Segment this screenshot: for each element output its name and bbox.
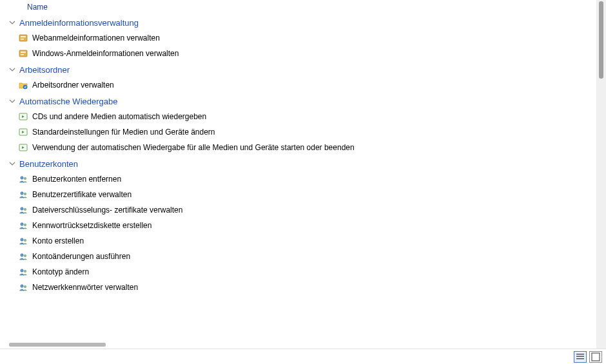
list-item-label: CDs und andere Medien automatisch wieder… bbox=[32, 112, 206, 121]
users-icon bbox=[18, 189, 28, 200]
users-icon bbox=[18, 282, 28, 292]
list-item[interactable]: Windows-Anmeldeinformationen verwalten bbox=[0, 46, 587, 61]
list-item[interactable]: CDs und andere Medien automatisch wieder… bbox=[0, 109, 587, 124]
list-item[interactable]: Dateiverschlüsselungs- zertifikate verwa… bbox=[0, 202, 587, 218]
list-item-label: Netzwerkkennwörter verwalten bbox=[32, 283, 138, 292]
list-item-label: Konto erstellen bbox=[32, 236, 84, 245]
main-panel: Name AnmeldeinformationsverwaltungWebanm… bbox=[0, 0, 606, 349]
details-view-button[interactable] bbox=[574, 351, 587, 363]
autoplay-icon bbox=[18, 127, 28, 137]
list-item-label: Verwendung der automatischen Wiedergabe … bbox=[32, 143, 355, 152]
list-item[interactable]: Konto erstellen bbox=[0, 233, 587, 249]
users-icon bbox=[18, 205, 28, 215]
list-item[interactable]: Netzwerkkennwörter verwalten bbox=[0, 280, 587, 295]
list-item-label: Benutzerzertifikate verwalten bbox=[32, 190, 132, 199]
list-item-label: Webanmeldeinformationen verwalten bbox=[32, 34, 160, 43]
group-header[interactable]: Automatische Wiedergabe bbox=[0, 93, 587, 109]
users-icon bbox=[18, 267, 28, 277]
group-header[interactable]: Arbeitsordner bbox=[0, 61, 587, 77]
group-title: Automatische Wiedergabe bbox=[19, 97, 117, 106]
autoplay-icon bbox=[18, 111, 28, 122]
list-item[interactable]: Kontoänderungen ausführen bbox=[0, 249, 587, 264]
chevron-down-icon bbox=[9, 20, 15, 26]
users-icon bbox=[18, 174, 28, 184]
credential-icon bbox=[18, 33, 28, 43]
list-item[interactable]: Kennwortrücksetzdiskette erstellen bbox=[0, 218, 587, 233]
list-item-label: Arbeitsordner verwalten bbox=[32, 81, 114, 90]
users-icon bbox=[18, 220, 28, 231]
group-header[interactable]: Anmeldeinformationsverwaltung bbox=[0, 14, 587, 30]
column-header-label: Name bbox=[27, 3, 48, 12]
status-bar bbox=[0, 349, 606, 364]
list-item[interactable]: Webanmeldeinformationen verwalten bbox=[0, 30, 587, 46]
group-title: Anmeldeinformationsverwaltung bbox=[19, 18, 139, 28]
list-item-label: Windows-Anmeldeinformationen verwalten bbox=[32, 49, 179, 58]
autoplay-icon bbox=[18, 142, 28, 153]
group-title: Benutzerkonten bbox=[19, 159, 78, 169]
list-item-label: Dateiverschlüsselungs- zertifikate verwa… bbox=[32, 206, 182, 215]
horizontal-scrollbar-thumb[interactable] bbox=[9, 343, 106, 347]
chevron-down-icon bbox=[9, 99, 15, 105]
list-item-label: Benutzerkonten entfernen bbox=[32, 175, 121, 184]
list-item-label: Standardeinstellungen für Medien und Ger… bbox=[32, 128, 215, 137]
list-item[interactable]: Standardeinstellungen für Medien und Ger… bbox=[0, 124, 587, 140]
list-item-label: Kontoänderungen ausführen bbox=[32, 252, 130, 261]
list-item[interactable]: Arbeitsordner verwalten bbox=[0, 77, 587, 93]
list-item-label: Kennwortrücksetzdiskette erstellen bbox=[32, 221, 152, 230]
users-icon bbox=[18, 236, 28, 246]
chevron-down-icon bbox=[9, 161, 15, 168]
workfolder-icon bbox=[18, 80, 28, 90]
list-item[interactable]: Kontotyp ändern bbox=[0, 264, 587, 280]
column-header-name[interactable]: Name bbox=[0, 0, 587, 14]
vertical-scrollbar[interactable] bbox=[596, 0, 606, 349]
credential-icon bbox=[18, 48, 28, 59]
users-icon bbox=[18, 251, 28, 262]
group-header[interactable]: Benutzerkonten bbox=[0, 155, 587, 171]
chevron-down-icon bbox=[9, 67, 15, 73]
large-icons-view-icon bbox=[591, 352, 601, 362]
list-item[interactable]: Verwendung der automatischen Wiedergabe … bbox=[0, 140, 587, 155]
list-item[interactable]: Benutzerzertifikate verwalten bbox=[0, 187, 587, 202]
large-icons-view-button[interactable] bbox=[589, 351, 602, 363]
group-title: Arbeitsordner bbox=[19, 65, 70, 75]
details-view-icon bbox=[575, 352, 585, 362]
list-item[interactable]: Benutzerkonten entfernen bbox=[0, 171, 587, 187]
list-area: Name AnmeldeinformationsverwaltungWebanm… bbox=[0, 0, 587, 349]
vertical-scrollbar-thumb[interactable] bbox=[599, 1, 603, 79]
list-item-label: Kontotyp ändern bbox=[32, 267, 89, 276]
